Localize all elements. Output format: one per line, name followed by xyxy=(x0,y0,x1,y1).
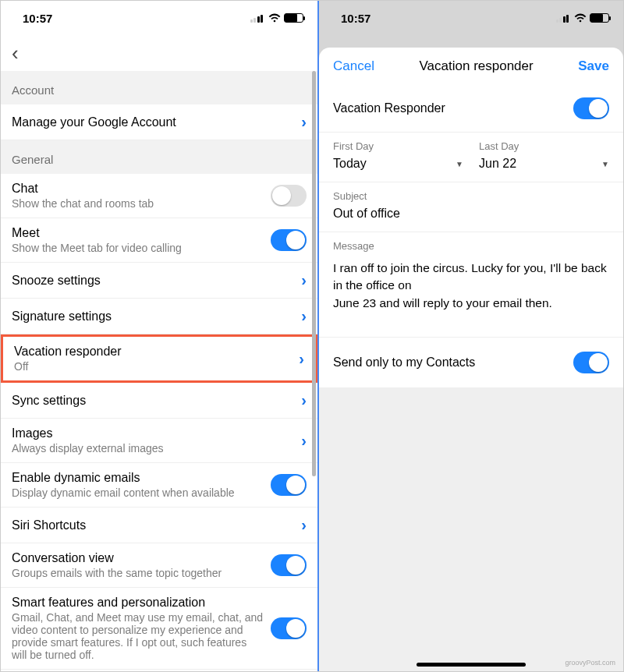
subject-label: Subject xyxy=(333,190,609,202)
cancel-button[interactable]: Cancel xyxy=(333,58,374,74)
status-time: 10:57 xyxy=(341,12,370,25)
chevron-left-icon: ‹ xyxy=(12,41,19,65)
row-title: Snooze settings xyxy=(12,274,295,288)
chevron-right-icon: › xyxy=(301,307,307,325)
row-subtitle: Groups emails with the same topic togeth… xyxy=(12,567,264,579)
row-vacation-responder[interactable]: Vacation responder Off › xyxy=(1,334,317,383)
chevron-right-icon: › xyxy=(299,350,304,368)
subject-value: Out of office xyxy=(333,207,609,221)
toggle-smart[interactable] xyxy=(271,617,307,639)
vr-label: Vacation Responder xyxy=(333,101,445,115)
first-day-value: Today xyxy=(333,157,367,171)
message-label: Message xyxy=(333,240,609,252)
chevron-right-icon: › xyxy=(301,432,307,450)
settings-screen: 10:57 ‹ Account Manage your Google Accou… xyxy=(1,1,319,671)
sheet: Cancel Vacation responder Save Vacation … xyxy=(319,48,623,671)
first-day-label: First Day xyxy=(333,140,463,152)
settings-list: Account Manage your Google Account › Gen… xyxy=(1,71,317,671)
last-day-label: Last Day xyxy=(479,140,609,152)
section-account: Account xyxy=(1,71,317,104)
message-section[interactable]: Message I ran off to join the circus. Lu… xyxy=(319,232,623,323)
section-general: General xyxy=(1,140,317,174)
row-signature[interactable]: Signature settings › xyxy=(1,299,317,334)
cellular-icon xyxy=(556,13,569,23)
row-sync[interactable]: Sync settings › xyxy=(1,383,317,419)
row-conversation-view[interactable]: Conversation view Groups emails with the… xyxy=(1,543,317,588)
row-title: Smart features and personalization xyxy=(12,596,264,610)
row-smart-features[interactable]: Smart features and personalization Gmail… xyxy=(1,588,317,670)
toggle-dynamic[interactable] xyxy=(271,474,307,496)
row-title: Images xyxy=(12,426,295,440)
status-icons xyxy=(556,13,610,23)
subject-section[interactable]: Subject Out of office xyxy=(319,182,623,232)
row-subtitle: Off xyxy=(14,360,292,373)
first-day-picker[interactable]: First Day Today ▼ xyxy=(333,140,463,171)
row-images[interactable]: Images Always display external images › xyxy=(1,419,317,463)
row-manage-account[interactable]: Manage your Google Account › xyxy=(1,104,317,140)
row-chat[interactable]: Chat Show the chat and rooms tab xyxy=(1,174,317,218)
status-bar: 10:57 xyxy=(1,1,317,35)
chevron-right-icon: › xyxy=(301,391,307,409)
last-day-value: Jun 22 xyxy=(479,157,516,171)
save-button[interactable]: Save xyxy=(578,58,609,74)
status-time: 10:57 xyxy=(23,12,52,25)
date-range: First Day Today ▼ Last Day Jun 22 ▼ xyxy=(319,133,623,182)
status-bar: 10:57 xyxy=(319,1,623,35)
toggle-meet[interactable] xyxy=(271,229,307,251)
toggle-send-only-contacts[interactable] xyxy=(573,352,609,373)
sheet-empty xyxy=(319,388,623,671)
chevron-right-icon: › xyxy=(301,113,307,131)
battery-icon xyxy=(284,13,303,23)
last-day-picker[interactable]: Last Day Jun 22 ▼ xyxy=(479,140,609,171)
row-title: Conversation view xyxy=(12,551,264,565)
row-snooze[interactable]: Snooze settings › xyxy=(1,263,317,299)
chevron-down-icon: ▼ xyxy=(456,160,463,168)
chevron-down-icon: ▼ xyxy=(601,160,609,168)
row-title: Siri Shortcuts xyxy=(12,518,295,532)
toggle-vacation-responder[interactable] xyxy=(573,97,609,119)
row-siri[interactable]: Siri Shortcuts › xyxy=(1,508,317,543)
chevron-right-icon: › xyxy=(301,516,307,534)
row-meet[interactable]: Meet Show the Meet tab for video calling xyxy=(1,218,317,263)
row-dynamic-emails[interactable]: Enable dynamic emails Display dynamic em… xyxy=(1,463,317,508)
cellular-icon xyxy=(250,13,264,23)
row-title: Signature settings xyxy=(12,309,295,324)
wifi-icon xyxy=(268,13,281,23)
chevron-right-icon: › xyxy=(301,271,307,289)
row-title: Vacation responder xyxy=(14,345,292,359)
sheet-header: Cancel Vacation responder Save xyxy=(319,48,623,85)
watermark: groovyPost.com xyxy=(565,659,615,667)
row-send-only-contacts: Send only to my Contacts xyxy=(319,337,623,388)
row-subtitle: Always display external images xyxy=(12,442,295,454)
row-subtitle: Show the chat and rooms tab xyxy=(12,197,264,210)
send-only-label: Send only to my Contacts xyxy=(333,355,475,370)
status-icons xyxy=(250,13,304,23)
row-subtitle: Display dynamic email content when avail… xyxy=(12,486,264,499)
back-button[interactable]: ‹ xyxy=(1,35,317,71)
message-value: I ran off to join the circus. Lucky for … xyxy=(333,256,609,312)
row-subtitle: Show the Meet tab for video calling xyxy=(12,242,264,254)
row-vacation-responder-toggle: Vacation Responder xyxy=(319,85,623,133)
row-subtitle: Gmail, Chat, and Meet may use my email, … xyxy=(12,611,264,661)
wifi-icon xyxy=(574,13,587,23)
row-title: Sync settings xyxy=(12,394,295,408)
home-indicator[interactable] xyxy=(417,663,526,667)
row-title: Enable dynamic emails xyxy=(12,471,264,485)
sheet-title: Vacation responder xyxy=(420,58,534,74)
toggle-chat[interactable] xyxy=(271,185,307,207)
row-title: Meet xyxy=(12,226,264,240)
vacation-responder-screen: 10:57 Cancel Vacation responder Save Vac… xyxy=(319,1,623,671)
row-title: Chat xyxy=(12,182,264,196)
scrollbar[interactable] xyxy=(312,71,316,671)
row-title: Manage your Google Account xyxy=(12,115,295,129)
toggle-conversation[interactable] xyxy=(271,554,307,576)
battery-icon xyxy=(590,13,609,23)
